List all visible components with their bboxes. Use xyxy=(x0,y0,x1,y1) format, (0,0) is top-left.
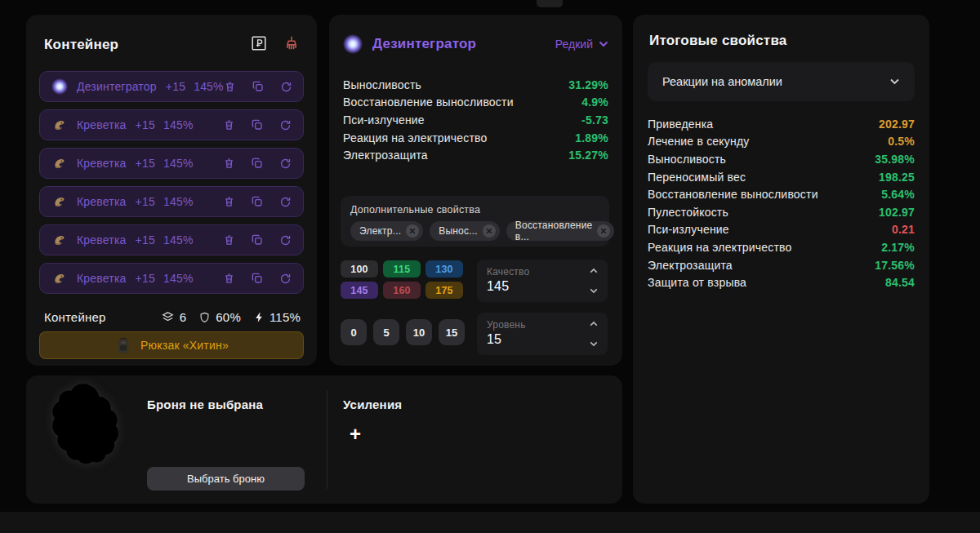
level-option-button[interactable]: 10 xyxy=(406,319,432,345)
armor-status-title: Броня не выбрана xyxy=(147,398,263,411)
item-stat-row: Пси-излучение -5.73 xyxy=(343,111,608,129)
quality-option-button[interactable]: 115 xyxy=(383,260,421,278)
summary-stats-list: Приведенка 202.97 Лечение в секунду 0.5%… xyxy=(648,115,915,291)
reroll-item-button[interactable] xyxy=(280,81,292,93)
stat-value: 198.25 xyxy=(879,171,915,184)
copy-icon xyxy=(252,80,265,93)
item-name: Креветка xyxy=(77,195,127,208)
rarity-dropdown[interactable]: Редкий xyxy=(555,38,608,51)
item-quality-percent: 145% xyxy=(194,80,224,93)
delete-item-button[interactable] xyxy=(223,118,235,131)
chevron-down-icon xyxy=(590,288,598,294)
close-icon xyxy=(409,228,416,234)
reroll-item-button[interactable] xyxy=(279,196,292,208)
duplicate-item-button[interactable] xyxy=(251,233,264,247)
level-option-button[interactable]: 5 xyxy=(373,319,399,345)
stat-value: 5.64% xyxy=(881,188,915,201)
trash-icon xyxy=(223,195,235,208)
item-row-actions xyxy=(223,195,292,208)
container-item-row[interactable]: Креветка +15 145% xyxy=(39,224,304,255)
orb-icon xyxy=(51,78,68,95)
delete-item-button[interactable] xyxy=(224,80,236,93)
stat-label: Приведенка xyxy=(648,118,713,131)
item-stats-list: Выносливость 31.29% Восстановление вынос… xyxy=(343,76,608,164)
price-toggle-button[interactable] xyxy=(250,34,268,55)
remove-property-button[interactable] xyxy=(597,224,610,238)
quality-spinner[interactable]: Качество 145 xyxy=(477,260,608,302)
level-spinner[interactable]: Уровень 15 xyxy=(477,313,608,355)
delete-item-button[interactable] xyxy=(223,272,235,285)
quality-option-button[interactable]: 160 xyxy=(383,282,421,299)
trash-icon xyxy=(223,157,235,170)
container-item-row[interactable]: Креветка +15 145% xyxy=(39,263,304,294)
quality-spinner-label: Качество xyxy=(487,266,598,278)
property-chip-label: Вынос... xyxy=(439,225,478,237)
stat-value: 15.27% xyxy=(568,149,608,162)
duplicate-item-button[interactable] xyxy=(251,157,264,170)
delete-item-button[interactable] xyxy=(223,195,235,208)
armor-silhouette xyxy=(47,380,131,500)
property-chip[interactable]: Вынос... xyxy=(430,221,500,241)
backpack-select-button[interactable]: Рюкзак «Хитин» xyxy=(39,331,304,359)
summary-panel-title: Итоговые свойства xyxy=(648,15,915,62)
delete-item-button[interactable] xyxy=(223,233,235,247)
summary-stat-row: Переносимый вес 198.25 xyxy=(648,168,915,186)
clear-container-button[interactable] xyxy=(283,34,301,55)
anomaly-reactions-dropdown[interactable]: Реакции на аномалии xyxy=(648,62,915,101)
container-item-row[interactable]: Дезинтегратор +15 145% xyxy=(39,71,304,102)
duplicate-item-button[interactable] xyxy=(252,80,265,93)
duplicate-item-button[interactable] xyxy=(251,272,264,285)
add-boost-button[interactable]: + xyxy=(350,424,361,444)
level-option-button[interactable]: 15 xyxy=(439,319,465,345)
shield-icon xyxy=(198,311,211,324)
container-slots-stat: 6 xyxy=(161,310,187,324)
item-row-actions xyxy=(223,118,292,131)
item-row-actions xyxy=(223,233,292,247)
stat-label: Пси-излучение xyxy=(343,113,425,127)
quality-increment-button[interactable] xyxy=(588,266,599,275)
item-upgrade-level: +15 xyxy=(136,118,155,131)
quality-option-button[interactable]: 145 xyxy=(341,282,378,299)
property-chip[interactable]: Восстановление в... xyxy=(506,221,615,241)
summary-stat-row: Восстановление выносливости 5.64% xyxy=(648,185,915,203)
copy-icon xyxy=(251,157,264,170)
reroll-item-button[interactable] xyxy=(279,119,292,131)
summary-panel: Итоговые свойства Реакции на аномалии Пр… xyxy=(633,15,929,504)
reroll-item-button[interactable] xyxy=(279,158,292,170)
quality-option-button[interactable]: 130 xyxy=(425,260,463,278)
top-notch xyxy=(537,0,563,7)
item-upgrade-level: +15 xyxy=(136,233,155,247)
select-armor-button[interactable]: Выбрать броню xyxy=(147,467,305,491)
reroll-item-button[interactable] xyxy=(279,273,292,285)
trash-icon xyxy=(224,80,236,93)
property-chip[interactable]: Электр... xyxy=(350,221,423,241)
item-editor-header: Дезинтегратор Редкий xyxy=(343,34,608,54)
level-increment-button[interactable] xyxy=(588,319,599,328)
container-protection-stat: 60% xyxy=(198,310,241,324)
duplicate-item-button[interactable] xyxy=(251,118,264,131)
remove-property-button[interactable] xyxy=(406,224,419,238)
stat-label: Выносливость xyxy=(343,78,421,91)
bottom-strip xyxy=(0,512,980,533)
container-protection-value: 60% xyxy=(216,310,241,324)
remove-property-button[interactable] xyxy=(483,224,496,238)
container-item-row[interactable]: Креветка +15 145% xyxy=(39,186,304,217)
stat-label: Выносливость xyxy=(648,153,726,166)
quality-option-button[interactable]: 175 xyxy=(425,282,463,299)
quality-spinner-value: 145 xyxy=(487,279,598,294)
additional-properties-title: Дополнительные свойства xyxy=(350,204,599,215)
duplicate-item-button[interactable] xyxy=(251,195,264,208)
quality-option-button[interactable]: 100 xyxy=(341,260,378,278)
armor-panel: Броня не выбрана Выбрать броню Усиления … xyxy=(26,375,622,504)
container-item-row[interactable]: Креветка +15 145% xyxy=(39,148,304,179)
container-item-row[interactable]: Креветка +15 145% xyxy=(39,109,304,140)
level-spinner-value: 15 xyxy=(487,332,598,347)
reroll-item-button[interactable] xyxy=(279,234,292,247)
ruble-price-icon xyxy=(250,34,268,55)
delete-item-button[interactable] xyxy=(223,157,235,170)
container-energy-value: 115% xyxy=(270,310,301,324)
level-decrement-button[interactable] xyxy=(588,340,599,349)
quality-decrement-button[interactable] xyxy=(588,286,599,295)
level-option-button[interactable]: 0 xyxy=(341,319,367,345)
summary-stat-row: Пси-излучение 0.21 xyxy=(648,221,915,239)
